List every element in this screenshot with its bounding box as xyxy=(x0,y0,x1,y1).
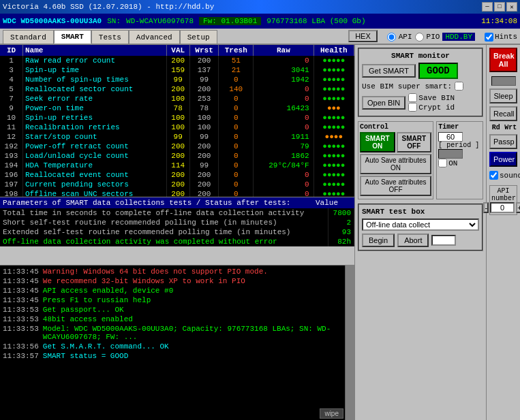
maximize-button[interactable]: □ xyxy=(494,2,505,12)
cell-raw: 1911 xyxy=(254,132,313,142)
passp-button[interactable]: Passp xyxy=(489,134,517,149)
col-raw: Raw xyxy=(254,45,313,56)
save-bin-checkbox[interactable] xyxy=(408,93,417,102)
get-smart-button[interactable]: Get SMART xyxy=(362,64,416,78)
log-timestamp: 11:33:45 xyxy=(3,287,39,295)
log-line: 11:33:53Model: WDC WD5000AAKS-00UU3A0; C… xyxy=(3,324,352,342)
use-bim-checkbox[interactable] xyxy=(455,82,463,91)
params-row: Total time in seconds to complete off-li… xyxy=(0,208,354,218)
log-entries: 11:33:45Warning! Windows 64 bit does not… xyxy=(3,267,352,361)
log-line: 11:33:45We recommend 32-bit Windows XP t… xyxy=(3,276,352,286)
timer-input[interactable] xyxy=(438,132,463,142)
params-title: Parameters of SMART data collections tes… xyxy=(3,199,290,207)
table-row: 4 Number of spin-up times 99 99 0 1942 ●… xyxy=(0,75,354,84)
cell-id: 7 xyxy=(0,94,23,103)
sound-checkbox[interactable] xyxy=(489,171,498,180)
center-panel: ID Name VAL Wrst Tresh Raw Health 1 Raw … xyxy=(0,45,354,420)
cell-val: 200 xyxy=(166,84,189,94)
abort-button[interactable]: Abort xyxy=(397,233,429,247)
cell-health: ●●●●● xyxy=(313,113,354,123)
auto-save-on-button[interactable]: Auto Save attributes ON xyxy=(360,154,431,174)
main-layout: ID Name VAL Wrst Tresh Raw Health 1 Raw … xyxy=(0,45,520,420)
open-bin-button[interactable]: Open BIN xyxy=(362,96,406,110)
cell-val: 200 xyxy=(166,180,189,189)
log-timestamp: 11:33:53 xyxy=(3,306,39,314)
cell-raw: 0 xyxy=(254,170,313,180)
nav-right: HEX API PIO HDD.BY Hints xyxy=(348,30,517,44)
cell-name: Load/unload cycle count xyxy=(23,151,167,161)
close-button[interactable]: ✕ xyxy=(506,2,517,12)
cell-health: ●●●●● xyxy=(313,151,354,161)
col-tresh: Tresh xyxy=(219,45,254,56)
api-radio[interactable] xyxy=(387,33,396,42)
hex-button[interactable]: HEX xyxy=(348,30,378,42)
tab-tests[interactable]: Tests xyxy=(91,30,129,44)
right-section: SMART monitor Get SMART GOOD Use BIM sup… xyxy=(354,45,486,420)
crypt-id-checkbox[interactable] xyxy=(408,103,417,112)
tab-smart[interactable]: SMART xyxy=(54,30,91,44)
cell-health: ●●●●● xyxy=(313,75,354,84)
hints-checkbox[interactable] xyxy=(485,33,493,42)
table-row: 10 Spin-up retries 100 100 0 0 ●●●●● xyxy=(0,113,354,123)
minimize-button[interactable]: ─ xyxy=(482,2,493,12)
begin-button[interactable]: Begin xyxy=(362,233,395,247)
timer-box: Timer [ period ] ON xyxy=(436,121,483,199)
tab-standard[interactable]: Standard xyxy=(3,30,54,44)
cell-health: ●●●●● xyxy=(313,84,354,94)
table-row: 5 Reallocated sector count 200 200 140 0… xyxy=(0,84,354,94)
api-number-row: - + xyxy=(491,202,515,213)
cell-health: ●●●●● xyxy=(313,189,354,197)
log-area: 11:33:45Warning! Windows 64 bit does not… xyxy=(0,265,354,420)
cell-tresh: 0 xyxy=(219,170,254,180)
recall-button[interactable]: Recall xyxy=(489,106,517,121)
cell-wrst: 99 xyxy=(189,161,219,170)
smart-off-button[interactable]: SMART OFF xyxy=(397,132,432,152)
test-value-input[interactable] xyxy=(431,235,456,246)
cell-name: Recalibration retries xyxy=(23,123,167,132)
cell-wrst: 100 xyxy=(189,123,219,132)
test-type-select[interactable]: Off-line data collect xyxy=(362,219,479,231)
sleep-button[interactable]: Sleep xyxy=(489,88,517,103)
wipe-button[interactable]: wipe xyxy=(320,408,343,419)
cell-wrst: 200 xyxy=(189,142,219,151)
tab-advanced[interactable]: Advanced xyxy=(129,30,180,44)
table-row: 12 Start/stop count 99 99 0 1911 ●●●● xyxy=(0,132,354,142)
timer-on-label: ON xyxy=(448,159,457,167)
api-number-input[interactable] xyxy=(490,202,515,213)
col-name: Name xyxy=(23,45,167,56)
api-num-increment[interactable]: + xyxy=(516,202,520,213)
cell-tresh: 0 xyxy=(219,103,254,113)
control-timer: Control SMART ON SMART OFF Auto Save att… xyxy=(358,121,483,199)
param-label: Extended self-test routine recommended p… xyxy=(0,227,328,237)
api-number-box: API number - + xyxy=(489,185,517,215)
cell-health: ●●●●● xyxy=(313,142,354,151)
cell-val: 114 xyxy=(166,161,189,170)
cell-val: 200 xyxy=(166,170,189,180)
cell-id: 5 xyxy=(0,84,23,94)
cell-val: 159 xyxy=(166,65,189,75)
smart-monitor-title: SMART monitor xyxy=(362,52,479,60)
cell-tresh: 0 xyxy=(219,151,254,161)
smart-on-button[interactable]: SMART ON xyxy=(360,132,395,152)
pio-radio[interactable] xyxy=(415,33,424,42)
table-row: 7 Seek error rate 100 253 0 0 ●●●●● xyxy=(0,94,354,103)
cell-tresh: 140 xyxy=(219,84,254,94)
api-num-decrement[interactable]: - xyxy=(483,202,489,213)
cell-id: 9 xyxy=(0,103,23,113)
device-bar: WDC WD5000AAKS-00UU3A0 SN: WD-WCAYU60976… xyxy=(0,14,520,29)
break-all-button[interactable]: Break All xyxy=(489,48,517,72)
device-name: WDC WD5000AAKS-00UU3A0 xyxy=(3,17,102,25)
cell-id: 10 xyxy=(0,113,23,123)
params-table: Total time in seconds to complete off-li… xyxy=(0,208,354,246)
rd-wrt-labels: Rd Wrt xyxy=(489,124,517,131)
log-scrollbar[interactable] xyxy=(345,265,354,420)
cell-id: 194 xyxy=(0,161,23,170)
clock: 11:34:08 xyxy=(481,17,517,25)
cell-id: 3 xyxy=(0,65,23,75)
timer-square xyxy=(438,149,463,159)
cell-raw: 0 xyxy=(254,123,313,132)
auto-save-off-button[interactable]: Auto Save attributes OFF xyxy=(360,176,431,196)
timer-on-checkbox[interactable] xyxy=(438,159,447,167)
tab-setup[interactable]: Setup xyxy=(180,30,217,44)
power-button[interactable]: Power xyxy=(489,152,517,167)
